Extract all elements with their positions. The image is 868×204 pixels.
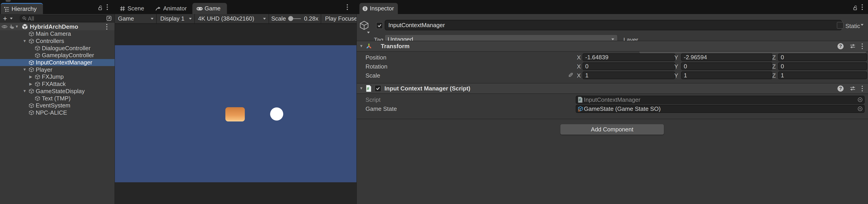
gameobject-cube-icon: [28, 110, 35, 116]
lock-icon[interactable]: [852, 5, 858, 11]
rotation-y-field[interactable]: 0: [681, 62, 772, 70]
axis-label-x[interactable]: X: [577, 72, 581, 79]
position-z-field[interactable]: 0: [778, 53, 867, 61]
foldout-arrow-icon[interactable]: ▼: [360, 86, 363, 91]
hierarchy-item-label: Player: [36, 66, 53, 73]
game-view-menu-icon[interactable]: [347, 3, 349, 11]
hierarchy-item-fxattack[interactable]: ▶FXAttack: [0, 81, 115, 88]
hierarchy-item-controllers[interactable]: ▼Controllers: [0, 37, 115, 45]
foldout-arrow-icon[interactable]: ▼: [15, 24, 19, 29]
axis-label-z[interactable]: Z: [772, 63, 776, 70]
foldout-arrow-icon[interactable]: ▶: [27, 82, 34, 86]
resolution-dropdown[interactable]: 4K UHD (3840x2160): [195, 14, 269, 23]
hierarchy-item-scene-root[interactable]: ▼ HybridArchDemo: [0, 23, 115, 30]
presets-icon[interactable]: [849, 43, 856, 49]
open-search-window-icon[interactable]: [106, 15, 112, 22]
hierarchy-tabbar: Hierarchy: [0, 0, 115, 14]
hierarchy-toolbar: +: [0, 14, 115, 23]
inspector-menu-icon[interactable]: [862, 3, 864, 11]
scene-menu-icon[interactable]: [106, 23, 108, 31]
hierarchy-item-gamestatedisplay[interactable]: ▼GameStateDisplay: [0, 88, 115, 95]
foldout-arrow-icon[interactable]: ▼: [360, 44, 363, 49]
script-asset-icon: #: [578, 96, 583, 103]
static-dropdown-icon[interactable]: [861, 24, 864, 26]
gameobject-cube-icon: [28, 60, 35, 66]
axis-label-z[interactable]: Z: [772, 72, 776, 79]
tab-game[interactable]: Game: [192, 3, 227, 14]
hierarchy-item-npc-alice[interactable]: NPC-ALICE: [0, 109, 115, 116]
scale-y-field[interactable]: 1: [681, 71, 772, 79]
create-dropdown-icon[interactable]: [10, 18, 13, 20]
script-object-field[interactable]: # InputContextManager: [576, 96, 865, 104]
tab-hierarchy[interactable]: Hierarchy: [1, 3, 43, 14]
object-picker-icon[interactable]: [857, 106, 863, 112]
foldout-arrow-icon[interactable]: ▶: [27, 75, 34, 79]
static-checkbox[interactable]: [837, 22, 844, 29]
hierarchy-menu-icon[interactable]: [107, 3, 109, 11]
game-state-object-field[interactable]: {} GameState (Game State SO): [576, 105, 865, 113]
foldout-arrow-icon[interactable]: ▼: [21, 67, 28, 72]
transform-component-header[interactable]: ▼ Transform ?: [357, 41, 868, 52]
gameobject-cube-icon: [34, 53, 41, 58]
hierarchy-item-eventsystem[interactable]: EventSystem: [0, 102, 115, 109]
tab-inspector[interactable]: Inspector: [360, 3, 398, 14]
component-menu-icon[interactable]: [862, 84, 864, 92]
transform-row-label: Rotation: [366, 63, 388, 70]
help-icon[interactable]: ?: [837, 86, 844, 92]
tab-animator[interactable]: Animator: [152, 3, 187, 14]
game-mode-dropdown[interactable]: Game: [115, 14, 157, 23]
hierarchy-icon: [3, 6, 10, 12]
position-y-field[interactable]: -2.96594: [681, 53, 772, 61]
rotation-x-field[interactable]: 0: [583, 62, 675, 70]
foldout-arrow-icon[interactable]: ▼: [21, 39, 28, 43]
gameobject-icon-caret[interactable]: [367, 32, 370, 33]
create-button[interactable]: +: [3, 14, 7, 23]
hierarchy-item-text-tmp-[interactable]: Text (TMP): [0, 95, 115, 102]
game-toolbar: Game Display 1 4K UHD (3840x2160) Scale …: [115, 14, 356, 24]
object-picker-icon[interactable]: [857, 97, 863, 103]
hierarchy-item-dialoguecontroller[interactable]: DialogueController: [0, 45, 115, 52]
scene-name: HybridArchDemo: [30, 23, 78, 30]
script-component-header[interactable]: ▼ # Input Context Manager (Script) ?: [357, 83, 868, 94]
gameobject-cube-icon: [28, 31, 35, 37]
add-component-button[interactable]: Add Component: [560, 124, 664, 135]
scene-visibility-eye-icon[interactable]: [1, 24, 8, 30]
presets-icon[interactable]: [849, 85, 856, 92]
lock-icon[interactable]: [97, 5, 103, 11]
display-dropdown[interactable]: Display 1: [157, 14, 195, 23]
tab-scene[interactable]: Scene: [117, 3, 144, 14]
axis-label-z[interactable]: Z: [772, 54, 776, 61]
scene-pickability-hand-icon[interactable]: [8, 24, 15, 30]
play-focused-dropdown[interactable]: Play Focused: [321, 14, 356, 23]
hierarchy-item-player[interactable]: ▼Player: [0, 66, 115, 73]
axis-label-y[interactable]: Y: [674, 54, 678, 61]
hierarchy-panel: Hierarchy +: [0, 0, 115, 204]
script-title: Input Context Manager (Script): [384, 85, 470, 92]
axis-label-x[interactable]: X: [577, 54, 581, 61]
script-object-value: InputContextManager: [584, 96, 640, 104]
hierarchy-item-gameplaycontroller[interactable]: GameplayController: [0, 52, 115, 59]
hierarchy-item-main-camera[interactable]: Main Camera: [0, 30, 115, 37]
search-input[interactable]: [27, 15, 92, 22]
axis-label-y[interactable]: Y: [674, 72, 678, 79]
active-checkbox[interactable]: [376, 22, 383, 29]
hierarchy-search[interactable]: [20, 15, 107, 22]
game-state-object-value: GameState (Game State SO): [584, 106, 661, 112]
position-x-field[interactable]: -1.64839: [583, 53, 675, 61]
hierarchy-item-fxjump[interactable]: ▶FXJump: [0, 73, 115, 81]
scale-slider-knob[interactable]: [288, 16, 293, 21]
foldout-arrow-icon[interactable]: ▼: [21, 89, 28, 93]
help-icon[interactable]: ?: [837, 43, 844, 49]
gameobject-icon[interactable]: [359, 20, 369, 32]
axis-label-y[interactable]: Y: [674, 63, 678, 70]
transform-row-scale: ScaleX1Y1Z1: [357, 71, 868, 80]
constrain-proportions-link-icon[interactable]: [568, 72, 574, 78]
scale-z-field[interactable]: 1: [778, 71, 867, 79]
axis-label-x[interactable]: X: [577, 63, 581, 70]
script-enabled-checkbox[interactable]: [375, 85, 381, 92]
gameobject-name-field[interactable]: [385, 20, 842, 30]
hierarchy-item-inputcontextmanager[interactable]: InputContextManager: [0, 59, 115, 66]
rotation-z-field[interactable]: 0: [778, 62, 867, 70]
component-menu-icon[interactable]: [862, 42, 864, 50]
scale-x-field[interactable]: 1: [583, 71, 675, 79]
